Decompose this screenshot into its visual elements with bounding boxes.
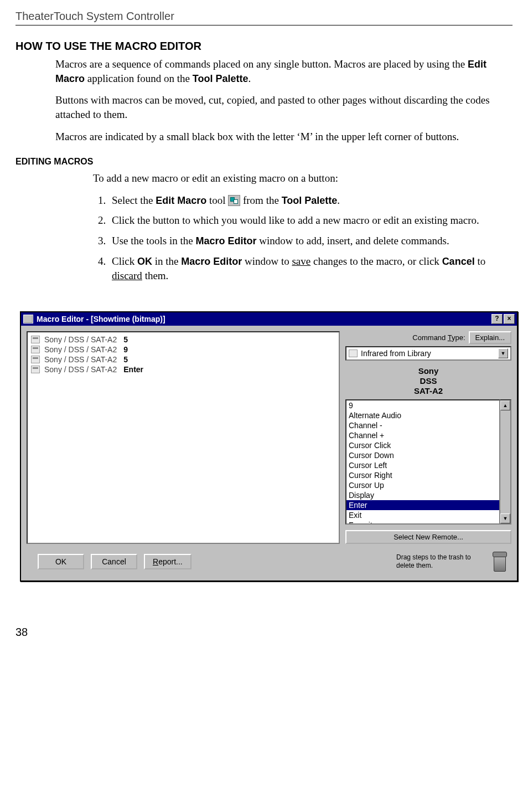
command-list-item[interactable]: Exit	[346, 510, 499, 520]
step-cmd: 9	[123, 345, 128, 354]
trash-icon[interactable]	[490, 551, 509, 573]
titlebar[interactable]: Macro Editor - [Showtime (bitmap)] ? ×	[21, 312, 517, 326]
s1b: Edit Macro	[156, 195, 206, 206]
command-list-item[interactable]: Enter	[346, 500, 499, 510]
s4h: Cancel	[442, 256, 475, 267]
select-new-remote-button[interactable]: Select New Remote...	[345, 530, 511, 544]
step-path: Sony / DSS / SAT-A2	[44, 335, 117, 344]
step-cmd: 5	[123, 355, 128, 364]
command-list-item[interactable]: Favorite	[346, 520, 499, 525]
drag-hint-label: Drag steps to the trash to delete them.	[396, 553, 479, 569]
s3a: Use the tools in the	[112, 235, 195, 246]
report-rest: eport...	[158, 557, 183, 566]
s4g: changes to the macro, or click	[310, 255, 442, 267]
ir-icon	[349, 350, 358, 357]
command-list-item[interactable]: Cursor Down	[346, 450, 499, 460]
macro-step[interactable]: Sony / DSS / SAT-A2 Enter	[31, 364, 335, 374]
s1a: Select the	[112, 194, 156, 206]
s4a: Click	[112, 255, 137, 267]
ir-icon	[31, 356, 40, 363]
command-list-item[interactable]: Cursor Left	[346, 460, 499, 470]
s4b: OK	[137, 256, 152, 267]
s1c: tool	[206, 194, 228, 206]
s3b: Macro Editor	[195, 235, 256, 246]
command-type-combo[interactable]: Infrared from Library	[345, 346, 511, 361]
report-button[interactable]: Report...	[144, 554, 191, 569]
command-list-item[interactable]: Cursor Click	[346, 440, 499, 450]
device-label: Sony DSS SAT-A2	[345, 363, 511, 397]
p1-a: Macros are a sequence of commands placed…	[55, 58, 468, 70]
close-button[interactable]: ×	[504, 314, 515, 324]
step-cmd: Enter	[123, 365, 143, 374]
s4d: Macro Editor	[181, 256, 242, 267]
step-path: Sony / DSS / SAT-A2	[44, 355, 117, 364]
step-cmd: 5	[123, 335, 128, 344]
command-list-item[interactable]: Display	[346, 490, 499, 500]
s3c: window to add, insert, and delete comman…	[256, 235, 449, 246]
explain-button[interactable]: Explain...	[469, 331, 511, 344]
book-title: TheaterTouch System Controller	[15, 10, 174, 22]
ir-icon	[31, 336, 40, 343]
combo-value: Infrared from Library	[361, 349, 495, 358]
macro-steps-list[interactable]: Sony / DSS / SAT-A2 5 Sony / DSS / SAT-A…	[27, 331, 340, 544]
device-l3: SAT-A2	[345, 386, 511, 396]
s4k: them.	[142, 270, 169, 281]
macro-editor-window: Macro Editor - [Showtime (bitmap)] ? × S…	[20, 311, 518, 582]
cancel-button[interactable]: Cancel	[91, 554, 137, 569]
step-2: Click the button to which you would like…	[108, 213, 513, 228]
p1-e: .	[248, 73, 251, 84]
step-path: Sony / DSS / SAT-A2	[44, 365, 117, 374]
s4c: in the	[152, 255, 181, 267]
s4i: to	[475, 255, 486, 267]
p1-tool-palette: Tool Palette	[193, 73, 249, 84]
p3: Macros are indicated by a small black bo…	[55, 130, 508, 144]
section-heading: HOW TO USE THE MACRO EDITOR	[15, 40, 513, 53]
p2: Buttons with macros can be moved, cut, c…	[55, 93, 508, 121]
s1f: .	[337, 194, 340, 206]
command-list-item[interactable]: Cursor Right	[346, 470, 499, 480]
subsection-heading: EDITING MACROS	[15, 157, 513, 167]
device-l1: Sony	[345, 366, 511, 376]
scroll-up-button[interactable]: ▲	[500, 400, 510, 410]
command-list[interactable]: 9Alternate AudioChannel -Channel +Cursor…	[345, 399, 500, 525]
step-3: Use the tools in the Macro Editor window…	[108, 234, 513, 249]
command-list-item[interactable]: Channel +	[346, 430, 499, 440]
page-number: 38	[15, 626, 513, 639]
macro-step[interactable]: Sony / DSS / SAT-A2 5	[31, 354, 335, 364]
chevron-down-icon[interactable]	[498, 348, 508, 358]
s4f: save	[292, 255, 310, 267]
macro-step[interactable]: Sony / DSS / SAT-A2 9	[31, 345, 335, 354]
device-l2: DSS	[345, 376, 511, 386]
ir-icon	[31, 366, 40, 373]
step-1: Select the Edit Macro tool from the Tool…	[108, 193, 513, 208]
command-list-item[interactable]: Channel -	[346, 420, 499, 430]
s4j: discard	[112, 270, 142, 281]
edit-macro-tool-icon	[228, 195, 240, 206]
s4e: window to	[242, 255, 292, 267]
s1e: Tool Palette	[282, 195, 338, 206]
report-mn: R	[153, 557, 158, 566]
command-type-label: Command Type:	[412, 333, 465, 342]
s1d: from the	[240, 194, 281, 206]
command-list-item[interactable]: Alternate Audio	[346, 410, 499, 420]
scrollbar[interactable]: ▲ ▼	[500, 399, 511, 525]
macro-step[interactable]: Sony / DSS / SAT-A2 5	[31, 335, 335, 345]
help-button[interactable]: ?	[491, 314, 503, 324]
ok-button[interactable]: OK	[38, 554, 84, 569]
p1-c: application found on the	[85, 73, 193, 84]
step-path: Sony / DSS / SAT-A2	[44, 345, 117, 354]
ir-icon	[31, 346, 40, 353]
command-list-item[interactable]: Cursor Up	[346, 480, 499, 490]
steps-intro: To add a new macro or edit an existing m…	[93, 171, 508, 186]
scroll-down-button[interactable]: ▼	[500, 513, 510, 523]
step-4: Click OK in the Macro Editor window to s…	[108, 254, 513, 284]
ctl-pre: Command	[412, 333, 447, 342]
window-icon	[23, 315, 33, 323]
ctl-mn: T	[448, 333, 452, 342]
command-list-item[interactable]: 9	[346, 400, 499, 410]
ctl-post: ype:	[452, 333, 465, 342]
body-text: Macros are a sequence of commands placed…	[55, 57, 508, 143]
window-title: Macro Editor - [Showtime (bitmap)]	[37, 315, 165, 323]
